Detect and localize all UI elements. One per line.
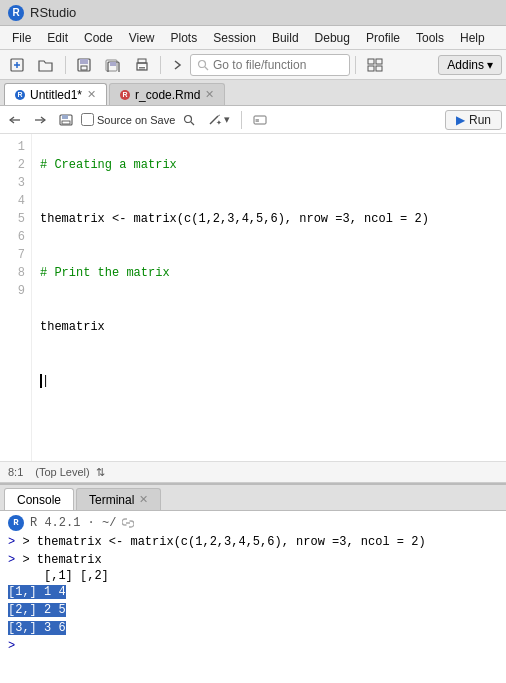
search-editor-icon [183,114,195,126]
tab-label-rcode: r_code.Rmd [135,88,200,102]
tab-label-untitled1: Untitled1* [30,88,82,102]
grid-view-button[interactable] [361,55,389,75]
menu-edit[interactable]: Edit [39,29,76,47]
tab-terminal-label: Terminal [89,493,134,507]
back-arrow-icon [9,115,21,125]
svg-text:✦: ✦ [216,119,222,126]
svg-rect-4 [80,59,88,64]
go-forward-button[interactable] [166,55,188,75]
svg-rect-24 [62,121,70,124]
run-button[interactable]: ▶ Run [445,110,502,130]
console-prompt-line[interactable]: > [8,637,498,655]
console-line-1: > > thematrix <- matrix(c(1,2,3,4,5,6), … [8,533,498,551]
menu-profile[interactable]: Profile [358,29,408,47]
tab-console[interactable]: Console [4,488,74,510]
editor-status-bar: 8:1 (Top Level) ⇅ [0,461,506,483]
search-editor-button[interactable] [178,112,200,128]
forward-nav-button[interactable] [29,113,51,127]
save-editor-icon [59,114,73,126]
menu-code[interactable]: Code [76,29,121,47]
menu-view[interactable]: View [121,29,163,47]
print-icon [135,58,149,72]
wand-button[interactable]: ✦ ▾ [203,111,235,128]
svg-line-15 [205,67,208,70]
svg-rect-16 [368,59,374,64]
svg-rect-18 [368,66,374,71]
source-on-save-container: Source on Save [81,113,175,126]
menu-debug[interactable]: Debug [307,29,358,47]
app-title: RStudio [30,5,76,20]
code-line-5-comment: # Print the matrix [40,266,170,280]
tab-terminal[interactable]: Terminal ✕ [76,488,161,510]
save-editor-button[interactable] [54,112,78,128]
menu-bar: File Edit Code View Plots Session Build … [0,26,506,50]
tab-terminal-close[interactable]: ✕ [139,493,148,506]
tab-dot-untitled1: R [15,90,25,100]
svg-rect-8 [110,62,116,66]
console-header: R R 4.2.1 · ~/ [8,515,498,531]
title-bar: R RStudio [0,0,506,26]
svg-point-25 [185,115,192,122]
console-panel: Console Terminal ✕ R R 4.2.1 · ~/ > > th… [0,483,506,683]
save-all-button[interactable] [99,55,127,75]
svg-point-14 [199,60,206,67]
goto-input[interactable] [213,58,343,72]
compile-button[interactable]: ≡ [248,112,272,128]
editor-toolbar: Source on Save ✦ ▾ ≡ ▶ Run [0,106,506,134]
toolbar-separator-3 [355,56,356,74]
console-content[interactable]: R R 4.2.1 · ~/ > > thematrix <- matrix(c… [0,511,506,683]
cursor-position: 8:1 [8,466,23,478]
run-arrow-icon: ▶ [456,113,465,127]
save-all-icon [105,58,121,72]
tab-close-rcode[interactable]: ✕ [205,88,214,101]
search-icon [197,59,209,71]
open-file-button[interactable] [32,55,60,75]
code-content[interactable]: # Creating a matrix thematrix <- matrix(… [32,134,506,461]
matrix-row-3: [3,] 3 6 [8,619,498,637]
cursor: | [40,374,49,388]
addins-button[interactable]: Addins ▾ [438,55,502,75]
source-on-save-label: Source on Save [97,114,175,126]
code-line-7: thematrix [40,320,105,334]
menu-help[interactable]: Help [452,29,493,47]
tab-dot-rcode: R [120,90,130,100]
editor-toolbar-sep [241,111,242,129]
new-file-icon [10,58,24,72]
tab-untitled1[interactable]: R Untitled1* ✕ [4,83,107,105]
line-numbers: 1 2 3 4 5 6 7 8 9 [0,134,32,461]
new-file-button[interactable] [4,55,30,75]
goto-field-container [190,54,350,76]
back-button[interactable] [4,113,26,127]
tab-close-untitled1[interactable]: ✕ [87,88,96,101]
code-editor[interactable]: 1 2 3 4 5 6 7 8 9 # Creating a matrix th… [0,134,506,461]
svg-line-28 [218,115,220,116]
svg-rect-23 [62,115,68,119]
forward-arrow-icon [172,58,182,72]
save-icon [77,58,91,72]
menu-session[interactable]: Session [205,29,264,47]
grid-icon [367,58,383,72]
main-toolbar: Addins ▾ [0,50,506,80]
menu-file[interactable]: File [4,29,39,47]
forward-nav-icon [34,115,46,125]
source-on-save-checkbox[interactable] [81,113,94,126]
toolbar-separator-1 [65,56,66,74]
code-line-3: thematrix <- matrix(c(1,2,3,4,5,6), nrow… [40,212,429,226]
menu-build[interactable]: Build [264,29,307,47]
save-button[interactable] [71,55,97,75]
tab-rcode[interactable]: R r_code.Rmd ✕ [109,83,225,105]
svg-rect-5 [81,66,87,70]
print-button[interactable] [129,55,155,75]
r-console-icon: R [8,515,24,531]
code-line-1-comment: # Creating a matrix [40,158,177,172]
wand-icon: ✦ [208,114,222,126]
menu-plots[interactable]: Plots [163,29,206,47]
link-icon [122,517,134,529]
open-icon [38,58,54,72]
console-line-2: > > thematrix [8,551,498,569]
menu-tools[interactable]: Tools [408,29,452,47]
matrix-header: [,1] [,2] [8,569,498,583]
matrix-row-2: [2,] 2 5 [8,601,498,619]
matrix-row-1: [1,] 1 4 [8,583,498,601]
svg-rect-19 [376,66,382,71]
